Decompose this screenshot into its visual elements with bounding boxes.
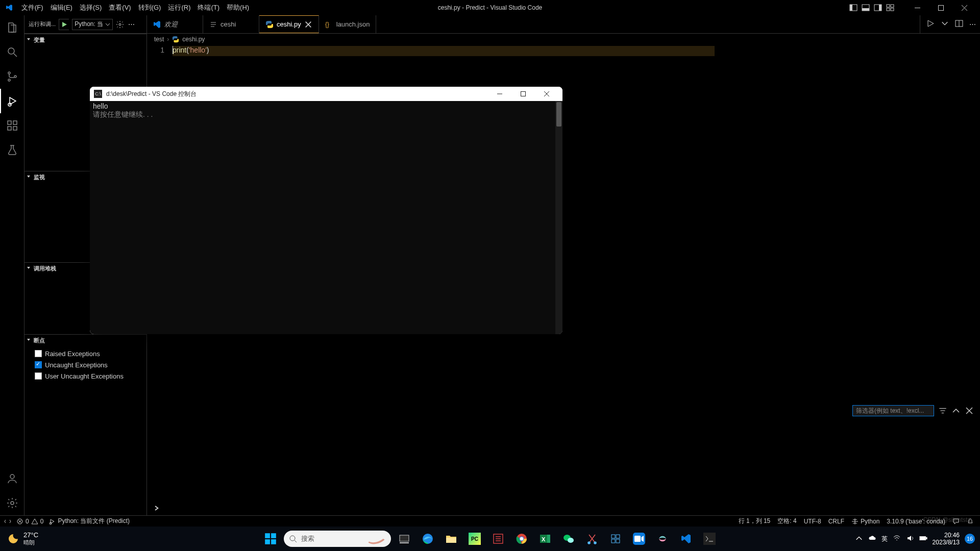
run-file-icon[interactable] [926, 19, 935, 29]
taskbar-search[interactable]: 搜索 [284, 531, 391, 547]
battery-icon[interactable] [919, 534, 927, 544]
more-actions-icon[interactable]: ⋯ [127, 20, 135, 29]
eol[interactable]: CRLF [828, 518, 844, 525]
snipping-icon[interactable] [582, 529, 602, 549]
more-tab-actions-icon[interactable]: ⋯ [969, 20, 976, 28]
debug-config-select[interactable]: Python: 当 [72, 19, 113, 30]
chrome-icon[interactable] [511, 529, 532, 549]
checkbox-icon[interactable] [35, 361, 42, 368]
onedrive-icon[interactable] [868, 534, 876, 544]
filter-options-icon[interactable] [938, 406, 947, 415]
variables-section[interactable]: 变量 [24, 34, 146, 45]
extensions-icon[interactable] [0, 113, 24, 138]
menu-select[interactable]: 选择(S) [76, 0, 105, 15]
encoding[interactable]: UTF-8 [804, 518, 821, 525]
checkbox-icon[interactable] [35, 372, 42, 380]
menu-help[interactable]: 帮助(H) [223, 0, 253, 15]
language-mode[interactable]: Python [851, 518, 879, 525]
svg-point-72 [594, 542, 596, 544]
crumb-file[interactable]: ceshi.py [182, 36, 205, 43]
meeting-icon[interactable] [629, 529, 649, 549]
source-control-icon[interactable] [0, 64, 24, 89]
breakpoint-label: Uncaught Exceptions [45, 361, 108, 369]
svg-point-25 [10, 474, 14, 479]
settings-gear-icon[interactable] [0, 491, 24, 515]
tab-welcome[interactable]: 欢迎 [147, 15, 203, 33]
console-scrollbar[interactable] [555, 101, 562, 334]
maximize-button[interactable] [929, 0, 952, 15]
split-editor-icon[interactable] [955, 19, 963, 29]
console-minimize-button[interactable] [488, 87, 511, 101]
testing-icon[interactable] [0, 138, 24, 162]
filter-input[interactable]: 筛选器(例如 text、!excl... [852, 405, 934, 416]
pycharm-icon[interactable]: PC [464, 529, 485, 549]
layout-bottom-icon[interactable] [862, 4, 870, 12]
layout-left-icon[interactable] [849, 4, 857, 12]
menu-file[interactable]: 文件(F) [18, 0, 47, 15]
code-editor[interactable]: 1 print('hello') [147, 45, 980, 56]
console-close-button[interactable] [535, 87, 558, 101]
ime-indicator[interactable]: 英 [881, 535, 888, 543]
run-debug-icon[interactable] [0, 89, 24, 113]
tab-launch-json[interactable]: {} launch.json [319, 15, 377, 33]
breakpoints-section[interactable]: 断点 [24, 335, 146, 346]
menu-view[interactable]: 查看(V) [105, 0, 134, 15]
close-panel-icon[interactable] [965, 406, 974, 415]
menu-terminal[interactable]: 终端(T) [194, 0, 223, 15]
menu-go[interactable]: 转到(G) [135, 0, 165, 15]
breakpoint-uncaught[interactable]: Uncaught Exceptions [35, 359, 146, 370]
minimize-button[interactable] [905, 0, 929, 15]
search-decoration-icon [366, 533, 386, 544]
crumb-root[interactable]: test [154, 36, 164, 43]
search-icon[interactable] [0, 40, 24, 64]
indent[interactable]: 空格: 4 [777, 517, 796, 525]
debug-target[interactable]: Python: 当前文件 (Predict) [48, 517, 130, 525]
svg-point-70 [568, 538, 574, 543]
notification-badge[interactable]: 16 [965, 534, 975, 544]
start-button[interactable] [260, 529, 281, 549]
svg-point-16 [8, 72, 10, 74]
volume-icon[interactable] [906, 534, 914, 544]
console-output[interactable]: hello 请按任意键继续. . . [90, 101, 562, 334]
watch-label: 监视 [34, 173, 45, 181]
clock[interactable]: 20:46 2023/8/13 [933, 532, 960, 546]
wechat-icon[interactable] [558, 529, 579, 549]
breakpoint-raised[interactable]: Raised Exceptions [35, 348, 146, 359]
chevron-down-icon[interactable] [941, 19, 949, 29]
menu-run[interactable]: 运行(R) [164, 0, 194, 15]
explorer-icon[interactable] [0, 15, 24, 40]
tray-chevron-icon[interactable] [855, 534, 863, 544]
copilot-icon[interactable] [652, 529, 673, 549]
breakpoint-user-uncaught[interactable]: User Uncaught Exceptions [35, 370, 146, 382]
start-debug-button[interactable] [59, 19, 69, 30]
remote-icon[interactable] [4, 518, 11, 525]
windows-app-icon[interactable] [605, 529, 626, 549]
account-icon[interactable] [0, 466, 24, 491]
breadcrumb[interactable]: test › ceshi.py [147, 34, 980, 45]
taskview-icon[interactable] [394, 529, 414, 549]
tab-ceshi-py[interactable]: ceshi.py [259, 15, 319, 33]
layout-right-icon[interactable] [874, 4, 882, 12]
collapse-panel-icon[interactable] [951, 406, 961, 415]
tab-ceshi[interactable]: ceshi [203, 15, 259, 33]
problems-count[interactable]: 0 0 [16, 518, 43, 525]
edge-icon[interactable] [418, 529, 438, 549]
terminal-taskbar-icon[interactable] [699, 529, 720, 549]
close-button[interactable] [952, 0, 976, 15]
console-maximize-button[interactable] [511, 87, 535, 101]
weather-widget[interactable]: 27°C 晴朗 [0, 531, 38, 546]
console-titlebar[interactable]: C:\ d:\desk\Predict - VS Code 控制台 [90, 87, 562, 101]
vscode-taskbar-icon[interactable] [676, 529, 696, 549]
date-label: 2023/8/13 [933, 539, 960, 546]
layout-grid-icon[interactable] [886, 4, 894, 12]
menu-edit[interactable]: 编辑(E) [47, 0, 76, 15]
debug-console-prompt-icon[interactable] [153, 504, 161, 512]
excel-icon[interactable]: X [535, 529, 555, 549]
app-icon-red[interactable] [488, 529, 508, 549]
debug-settings-icon[interactable] [116, 20, 124, 29]
cursor-position[interactable]: 行 1，列 15 [739, 517, 771, 525]
tab-close-icon[interactable] [304, 20, 312, 29]
wifi-icon[interactable] [893, 534, 901, 544]
explorer-app-icon[interactable] [441, 529, 461, 549]
checkbox-icon[interactable] [35, 350, 42, 357]
